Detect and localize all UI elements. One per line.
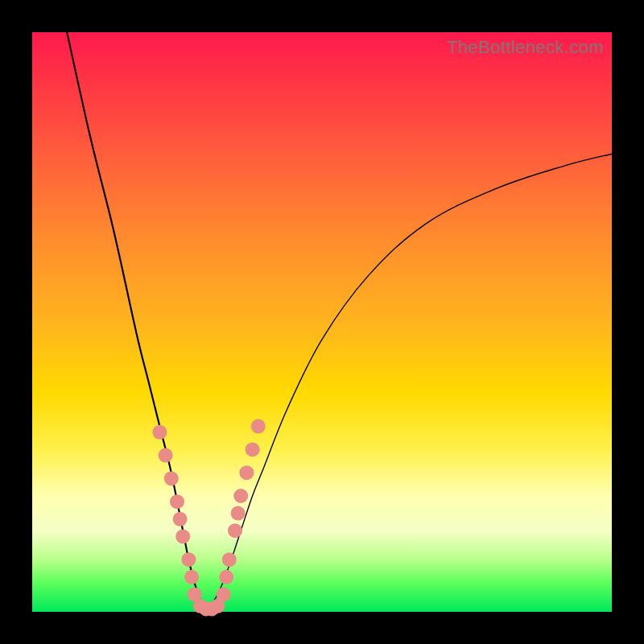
data-point — [184, 570, 199, 584]
plot-area: TheBottleneck.com — [32, 32, 612, 612]
data-point — [233, 489, 248, 503]
data-point — [152, 425, 167, 440]
data-point — [239, 465, 254, 480]
data-point — [170, 494, 184, 509]
curve-svg — [32, 32, 612, 612]
data-point — [246, 442, 260, 456]
curve-left-branch — [67, 32, 206, 612]
data-point — [217, 587, 231, 601]
data-point — [222, 552, 237, 567]
data-point — [164, 471, 179, 485]
data-point — [231, 506, 246, 521]
data-point — [181, 552, 196, 567]
curve-right-branch — [206, 154, 612, 612]
data-point — [251, 419, 266, 434]
data-point — [228, 523, 242, 538]
data-point — [175, 529, 190, 543]
data-point — [159, 448, 173, 463]
data-point — [219, 570, 233, 584]
dots-group — [152, 419, 265, 617]
chart-frame: TheBottleneck.com — [0, 0, 644, 644]
curve-group — [67, 32, 612, 612]
data-point — [173, 512, 188, 526]
